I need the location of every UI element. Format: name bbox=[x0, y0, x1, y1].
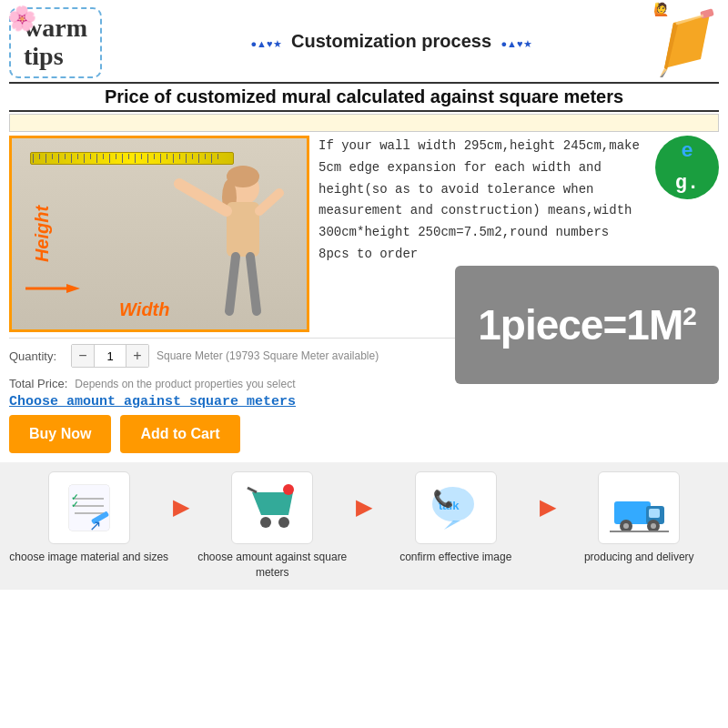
svg-line-12 bbox=[229, 257, 236, 311]
step-3: talk 📞 confirm effective image bbox=[376, 471, 536, 565]
step-1-label: choose image material and sizes bbox=[9, 550, 168, 565]
eg-g-letter: g. bbox=[675, 167, 699, 199]
quantity-info: Square Meter (19793 Square Meter availab… bbox=[157, 349, 379, 362]
step-4-svg bbox=[610, 479, 669, 538]
qty-plus-button[interactable]: + bbox=[126, 345, 148, 367]
step-1-svg: ✓ ✓ ↗ bbox=[62, 480, 116, 535]
svg-point-28 bbox=[283, 484, 294, 495]
arrow-right bbox=[25, 279, 80, 298]
svg-line-13 bbox=[250, 257, 257, 311]
svg-rect-33 bbox=[614, 501, 651, 524]
steps-section: ✓ ✓ ↗ choose image material and sizes ▶ bbox=[0, 462, 728, 590]
customization-title: Customization process bbox=[291, 31, 491, 51]
eg-badge: e g. bbox=[655, 136, 719, 199]
step-4-label: producing and delivery bbox=[584, 550, 694, 565]
step-2-icon bbox=[231, 471, 313, 544]
svg-rect-35 bbox=[649, 509, 660, 518]
step-1-icon: ✓ ✓ ↗ bbox=[48, 471, 130, 544]
svg-text:↗: ↗ bbox=[89, 518, 101, 533]
customization-title-area: ●▲♥★ Customization process ●▲♥★ bbox=[250, 31, 531, 52]
stars-right: ●▲♥★ bbox=[500, 38, 531, 49]
step-2-svg bbox=[243, 479, 302, 538]
qty-minus-button[interactable]: − bbox=[72, 345, 94, 367]
flower-decoration: 🌸 bbox=[7, 5, 36, 33]
svg-marker-15 bbox=[66, 284, 80, 293]
svg-line-11 bbox=[259, 193, 279, 211]
step-4-icon bbox=[598, 471, 680, 544]
quantity-section: Quantity: − + Square Meter (19793 Square… bbox=[9, 338, 719, 373]
step-3-label: confirm effective image bbox=[399, 550, 511, 565]
ruler-bar bbox=[9, 114, 719, 132]
svg-point-26 bbox=[278, 517, 289, 528]
quantity-label: Quantity: bbox=[9, 349, 64, 363]
height-label: Height bbox=[32, 206, 53, 262]
step-3-svg: talk 📞 bbox=[426, 479, 485, 538]
step-2-label: choose amount against square meters bbox=[193, 550, 353, 581]
quantity-input[interactable] bbox=[94, 345, 126, 367]
total-price-value: Depends on the product properties you se… bbox=[75, 378, 295, 390]
svg-text:📞: 📞 bbox=[433, 489, 454, 509]
total-price-label: Total Price: bbox=[9, 377, 67, 390]
step-arrow-2: ▶ bbox=[356, 494, 372, 520]
svg-point-38 bbox=[623, 523, 629, 529]
person-figure bbox=[161, 157, 288, 329]
width-label: Width bbox=[119, 299, 169, 320]
add-to-cart-button[interactable]: Add to Cart bbox=[120, 415, 239, 453]
piece-badge-text: 1piece=1M2 bbox=[478, 300, 696, 349]
pencil-area: 🙋 bbox=[637, 0, 723, 77]
pencil-svg bbox=[651, 5, 723, 77]
svg-text:✓: ✓ bbox=[71, 500, 78, 510]
piece-badge: 1piece=1M2 bbox=[455, 266, 719, 384]
choose-amount-text: Choose amount against square meters bbox=[9, 394, 719, 410]
eg-e-letter: e bbox=[681, 136, 693, 167]
quantity-controls[interactable]: − + bbox=[71, 344, 149, 368]
step-3-icon: talk 📞 bbox=[415, 471, 497, 544]
step-4: producing and delivery bbox=[560, 471, 720, 565]
step-arrow-1: ▶ bbox=[173, 494, 189, 520]
svg-marker-31 bbox=[444, 521, 460, 530]
stars-left: ●▲♥★ bbox=[250, 38, 281, 49]
step-2: choose amount against square meters bbox=[193, 471, 353, 581]
product-image-box: Height Width bbox=[9, 136, 309, 332]
button-row: Buy Now Add to Cart bbox=[9, 415, 719, 453]
svg-point-25 bbox=[260, 517, 271, 528]
svg-point-39 bbox=[651, 523, 656, 529]
svg-line-27 bbox=[248, 488, 257, 492]
top-header: warm tips 🌸 ●▲♥★ Customization process ●… bbox=[0, 0, 728, 82]
buy-now-button[interactable]: Buy Now bbox=[9, 415, 111, 453]
step-arrow-3: ▶ bbox=[540, 494, 556, 520]
svg-line-10 bbox=[179, 184, 227, 211]
price-heading: Price of customized mural calculated aga… bbox=[9, 82, 719, 112]
product-image-content: Height Width bbox=[12, 138, 307, 329]
step-1: ✓ ✓ ↗ choose image material and sizes bbox=[9, 471, 169, 565]
